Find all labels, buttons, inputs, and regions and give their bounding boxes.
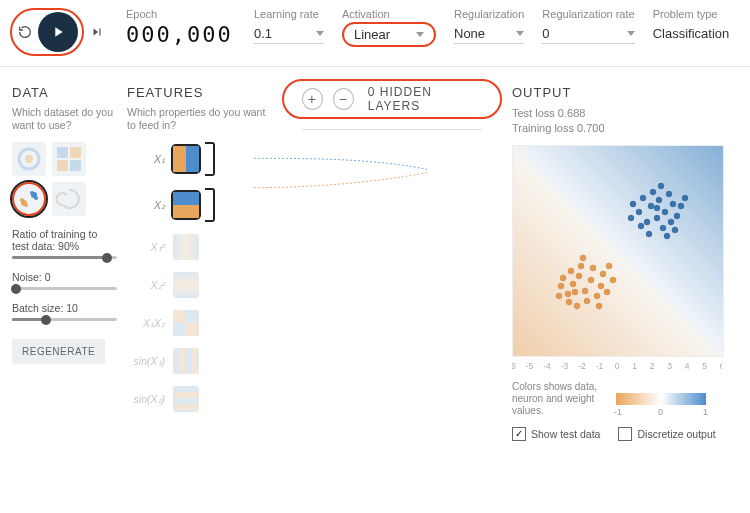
svg-point-20	[565, 291, 571, 297]
learning-rate-select[interactable]: Learning rate 0.1	[254, 8, 324, 44]
output-plot	[512, 145, 724, 357]
svg-point-46	[636, 209, 642, 215]
epoch-label: Epoch	[126, 8, 236, 20]
svg-point-21	[588, 277, 594, 283]
svg-point-1	[25, 155, 33, 163]
svg-point-18	[576, 273, 582, 279]
chevron-down-icon	[416, 32, 424, 37]
svg-point-38	[572, 289, 578, 295]
ratio-slider[interactable]: Ratio of training to test data: 90%	[12, 228, 117, 259]
svg-point-55	[668, 219, 674, 225]
svg-point-22	[560, 275, 566, 281]
svg-point-19	[582, 288, 588, 294]
svg-point-32	[590, 265, 596, 271]
features-heading: FEATURES	[127, 85, 272, 100]
dataset-xor[interactable]	[52, 142, 86, 176]
remove-layer-button[interactable]: −	[333, 88, 354, 110]
svg-point-57	[682, 195, 688, 201]
reset-button[interactable]	[14, 21, 36, 43]
feature-x2sq[interactable]: X₂²	[127, 272, 272, 298]
regenerate-button[interactable]: REGENERATE	[12, 339, 105, 364]
svg-point-37	[606, 263, 612, 269]
dataset-spiral[interactable]	[52, 182, 86, 216]
activation-select[interactable]: Activation Linear	[342, 8, 436, 47]
svg-rect-15	[173, 323, 186, 336]
svg-point-47	[644, 219, 650, 225]
dataset-circle[interactable]	[12, 142, 46, 176]
svg-point-60	[628, 215, 634, 221]
feature-sinx2[interactable]: sin(X₂)	[127, 386, 272, 412]
x-axis-ticks: -6-5-4-3-2-10123456	[512, 359, 722, 371]
svg-rect-14	[186, 310, 199, 323]
feature-x1[interactable]: X₁	[127, 142, 272, 176]
svg-point-24	[598, 283, 604, 289]
svg-point-30	[574, 303, 580, 309]
svg-text:0: 0	[615, 361, 620, 371]
svg-text:4: 4	[685, 361, 690, 371]
svg-point-27	[568, 268, 574, 274]
svg-point-36	[556, 293, 562, 299]
problem-type-select[interactable]: Problem type Classification	[653, 8, 730, 43]
svg-point-10	[34, 196, 38, 200]
svg-point-11	[30, 191, 34, 195]
svg-point-35	[566, 299, 572, 305]
svg-point-44	[670, 201, 676, 207]
svg-point-42	[662, 209, 668, 215]
svg-rect-4	[70, 147, 81, 158]
noise-slider[interactable]: Noise: 0	[12, 271, 117, 290]
add-layer-button[interactable]: +	[302, 88, 323, 110]
output-heading: OUTPUT	[512, 85, 742, 100]
color-legend: -1 0 1	[616, 393, 706, 405]
svg-point-45	[654, 215, 660, 221]
checkbox-icon	[512, 427, 526, 441]
svg-point-61	[654, 205, 660, 211]
regularization-select[interactable]: Regularization None	[454, 8, 524, 44]
show-test-data-checkbox[interactable]: Show test data	[512, 427, 600, 441]
svg-text:-5: -5	[526, 361, 534, 371]
svg-point-58	[658, 183, 664, 189]
step-button[interactable]	[86, 21, 108, 43]
svg-text:-3: -3	[561, 361, 569, 371]
play-button[interactable]	[38, 12, 78, 52]
svg-point-49	[674, 213, 680, 219]
epoch-value: 000,000	[126, 22, 236, 47]
batch-slider[interactable]: Batch size: 10	[12, 302, 117, 321]
svg-point-50	[630, 201, 636, 207]
train-loss: Training loss 0.700	[512, 121, 742, 136]
feature-x2[interactable]: X₂	[127, 188, 272, 222]
run-controls	[10, 8, 108, 56]
dataset-gauss[interactable]	[12, 182, 46, 216]
svg-point-54	[638, 223, 644, 229]
regularization-rate-select[interactable]: Regularization rate 0	[542, 8, 634, 44]
svg-rect-13	[186, 323, 199, 336]
svg-point-53	[650, 189, 656, 195]
discretize-output-checkbox[interactable]: Discretize output	[618, 427, 715, 441]
svg-point-29	[584, 298, 590, 304]
hidden-layers-control: + − 0 HIDDEN LAYERS	[282, 79, 502, 119]
connection-lines	[254, 143, 427, 223]
svg-point-48	[666, 191, 672, 197]
svg-point-28	[558, 283, 564, 289]
checkbox-icon	[618, 427, 632, 441]
chevron-down-icon	[627, 31, 635, 36]
svg-point-39	[596, 303, 602, 309]
svg-text:5: 5	[702, 361, 707, 371]
svg-point-51	[660, 225, 666, 231]
svg-point-26	[578, 263, 584, 269]
svg-text:2: 2	[650, 361, 655, 371]
svg-rect-16	[513, 146, 723, 356]
svg-point-40	[648, 203, 654, 209]
svg-point-33	[610, 277, 616, 283]
svg-point-8	[24, 203, 28, 207]
features-hint: Which properties do you want to feed in?	[127, 106, 272, 132]
legend-text: Colors shows data, neuron and weight val…	[512, 381, 602, 417]
feature-x1x2[interactable]: X₁X₂	[127, 310, 272, 336]
svg-point-41	[656, 197, 662, 203]
feature-sinx1[interactable]: sin(X₁)	[127, 348, 272, 374]
svg-point-56	[646, 231, 652, 237]
chevron-down-icon	[316, 31, 324, 36]
svg-rect-5	[57, 160, 68, 171]
svg-point-17	[570, 281, 576, 287]
svg-point-7	[20, 198, 24, 202]
feature-x1sq[interactable]: X₁²	[127, 234, 272, 260]
